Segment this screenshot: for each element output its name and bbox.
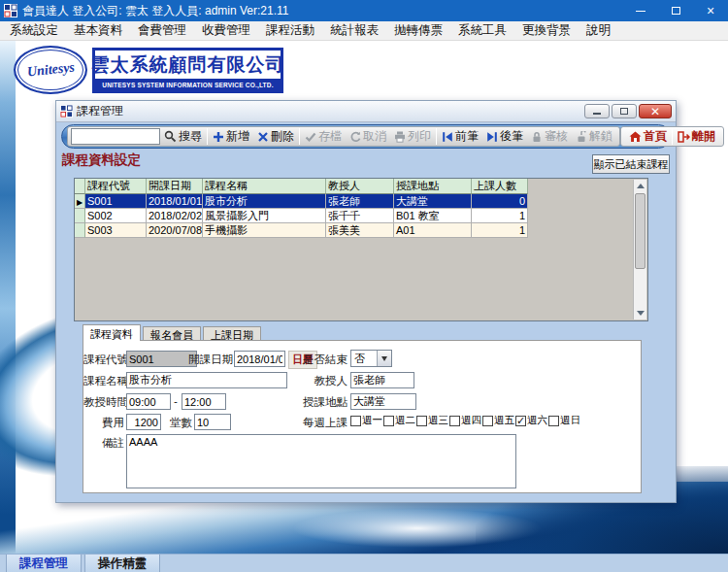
- checkbox-icon[interactable]: [449, 416, 460, 426]
- scroll-up-arrow-icon[interactable]: [634, 180, 646, 192]
- course-id-field[interactable]: [126, 351, 197, 367]
- tab-course-data[interactable]: 課程資料: [83, 324, 141, 341]
- scrollbar-thumb[interactable]: [635, 193, 645, 269]
- column-header[interactable]: 教授人: [326, 179, 394, 194]
- print-button[interactable]: 列印: [390, 128, 435, 145]
- cancel-button[interactable]: 取消: [346, 128, 390, 145]
- add-button[interactable]: 新增: [209, 128, 253, 145]
- menu-statistics[interactable]: 統計報表: [322, 21, 386, 40]
- location-field[interactable]: [350, 393, 416, 410]
- menu-system-tools[interactable]: 系統工具: [450, 21, 514, 40]
- save-button[interactable]: 存檔: [301, 128, 346, 145]
- search-button[interactable]: 搜尋: [160, 128, 206, 145]
- main-titlebar: 會員達人 登入公司: 雲太 登入人員: admin Ver:21.11 ×: [0, 0, 728, 21]
- table-row[interactable]: S003 2020/07/08 手機攝影 張美美 A01 1: [75, 223, 528, 238]
- notes-field[interactable]: AAAA: [126, 434, 516, 488]
- checkbox-icon[interactable]: [482, 416, 493, 426]
- time-to-field[interactable]: [182, 393, 226, 410]
- home-button[interactable]: 首頁: [625, 128, 671, 145]
- unlock-button-label: 解鎖: [589, 128, 612, 145]
- teacher-field[interactable]: [350, 372, 414, 388]
- previous-record-label: 前筆: [455, 128, 479, 145]
- next-record-button[interactable]: 後筆: [482, 128, 527, 145]
- logo-script-text: Unitesys: [26, 59, 75, 80]
- column-header[interactable]: 課程名稱: [203, 179, 326, 194]
- window-title: 會員達人 登入公司: 雲太 登入人員: admin Ver:21.11: [22, 3, 289, 19]
- ended-dropdown[interactable]: 否: [350, 350, 392, 367]
- dropdown-arrow-icon[interactable]: [377, 351, 391, 366]
- home-button-label: 首頁: [644, 128, 667, 145]
- menu-help[interactable]: 說明: [579, 21, 618, 40]
- menu-charge[interactable]: 收費管理: [194, 21, 258, 40]
- checkbox-friday[interactable]: 週五: [482, 414, 514, 427]
- checkbox-icon[interactable]: [548, 416, 559, 426]
- cell-start-date: 2018/01/01: [147, 194, 203, 209]
- company-logo: Unitesys: [14, 46, 87, 94]
- current-row-marker-icon: ▶: [77, 198, 83, 207]
- show-ended-courses-button[interactable]: 顯示已結束課程: [592, 154, 670, 174]
- weekday-checkboxes: 週一 週二 週三 週四 週五 週六 週日: [350, 414, 581, 427]
- taskbar-item-wizard[interactable]: 操作精靈: [84, 555, 160, 572]
- course-grid: 課程代號 開課日期 課程名稱 教授人 授課地點 上課人數 ▶ S001 2018…: [74, 178, 648, 321]
- audit-button[interactable]: 審核: [527, 128, 572, 145]
- start-date-field[interactable]: [234, 351, 285, 367]
- menu-membership-fee[interactable]: 會費管理: [130, 21, 194, 40]
- notes-label: 備註: [97, 436, 124, 451]
- exit-button[interactable]: 離開: [674, 128, 719, 145]
- menu-course-activity[interactable]: 課程活動: [258, 21, 322, 40]
- column-header[interactable]: 開課日期: [147, 179, 203, 194]
- checkbox-wednesday[interactable]: 週三: [416, 414, 448, 427]
- checkbox-sunday[interactable]: 週日: [548, 414, 580, 427]
- teacher-label: 教授人: [303, 374, 347, 388]
- checkbox-icon[interactable]: [416, 416, 427, 426]
- checkbox-tuesday[interactable]: 週二: [383, 414, 415, 427]
- table-row[interactable]: S002 2018/02/02 風景攝影入門 張千千 B01 教室 1: [75, 209, 528, 223]
- checkbox-icon[interactable]: [383, 416, 394, 426]
- undo-icon: [349, 131, 361, 143]
- taskbar-item-course-management[interactable]: 課程管理: [6, 555, 82, 572]
- tab-class-dates[interactable]: 上課日期: [203, 326, 261, 341]
- delete-button[interactable]: 刪除: [253, 128, 298, 145]
- maximize-button[interactable]: [658, 0, 693, 21]
- app-minimize-button[interactable]: [584, 104, 610, 118]
- menu-system-settings[interactable]: 系統設定: [2, 21, 66, 40]
- column-header[interactable]: 上課人數: [472, 179, 528, 194]
- wallpaper-left-stripe: [0, 41, 16, 555]
- row-selector-cell: ▶: [75, 194, 85, 209]
- table-row[interactable]: ▶ S001 2018/01/01 股市分析 張老師 大講堂 0: [75, 194, 528, 209]
- sessions-field[interactable]: [194, 414, 231, 430]
- unlock-icon: [576, 131, 587, 143]
- search-input[interactable]: [71, 128, 160, 145]
- close-button[interactable]: ×: [693, 0, 728, 21]
- desktop: 會員達人 登入公司: 雲太 登入人員: admin Ver:21.11 × 系統…: [0, 0, 728, 572]
- checkbox-label: 週二: [395, 414, 415, 427]
- time-from-field[interactable]: [126, 393, 171, 410]
- checkbox-icon[interactable]: [515, 416, 526, 426]
- checkbox-monday[interactable]: 週一: [350, 414, 382, 427]
- toolbar: 搜尋 新增 刪除 存檔: [61, 124, 671, 149]
- cell-location: A01: [394, 223, 472, 238]
- lock-icon: [531, 131, 543, 143]
- column-header[interactable]: 授課地點: [394, 179, 472, 194]
- checkbox-label: 週五: [494, 414, 514, 427]
- grid-vertical-scrollbar[interactable]: [633, 180, 646, 320]
- course-name-field[interactable]: [126, 372, 287, 388]
- menu-change-background[interactable]: 更換背景: [514, 21, 579, 40]
- menu-basic-data[interactable]: 基本資料: [66, 21, 130, 40]
- course-data-panel: 課程代號 開課日期 日曆 是否結束 否 課程名稱 教授人 教授時間 -: [83, 340, 642, 493]
- minimize-button[interactable]: [623, 0, 658, 21]
- checkbox-icon[interactable]: [350, 416, 361, 426]
- checkbox-thursday[interactable]: 週四: [449, 414, 481, 427]
- tab-enrolled-members[interactable]: 報名會員: [143, 326, 201, 341]
- row-selector-cell: [75, 223, 85, 238]
- fee-field[interactable]: [126, 414, 161, 430]
- app-maximize-button[interactable]: [612, 104, 637, 118]
- previous-record-button[interactable]: 前筆: [438, 128, 482, 145]
- scroll-down-arrow-icon[interactable]: [634, 307, 646, 320]
- column-header[interactable]: 課程代號: [85, 179, 147, 194]
- checkbox-saturday[interactable]: 週六: [515, 414, 547, 427]
- course-id-label: 課程代號: [83, 353, 124, 367]
- app-close-button[interactable]: ✕: [639, 104, 672, 118]
- menu-voucher[interactable]: 拋轉傳票: [386, 21, 450, 40]
- unlock-button[interactable]: 解鎖: [572, 128, 616, 145]
